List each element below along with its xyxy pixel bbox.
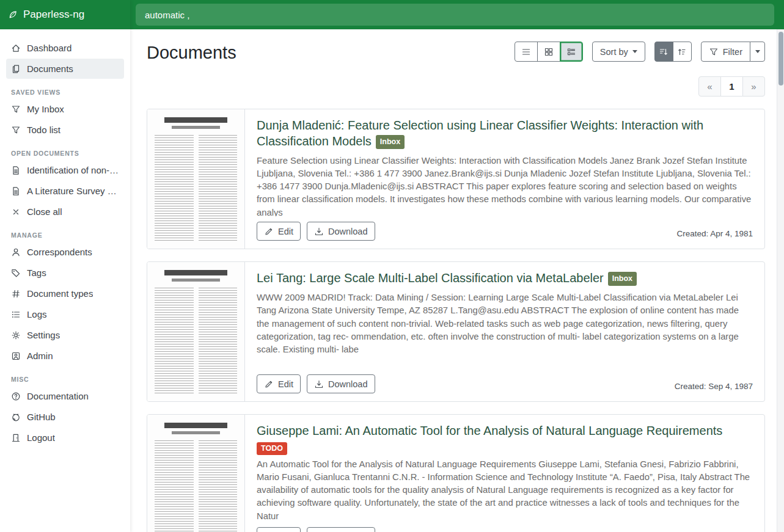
grid-view-button[interactable] [537, 42, 560, 62]
view-toggle-group [515, 42, 583, 62]
brand-label: Paperless-ng [23, 9, 84, 21]
thumbnail-text-lines [155, 135, 237, 242]
sidebar-nav: Dashboard Documents SAVED VIEWS My Inbox… [0, 29, 130, 448]
document-title: Lei Tang: Large Scale Multi-Label Classi… [257, 271, 604, 285]
thumbnail-text-lines [155, 288, 237, 395]
edit-label: Edit [278, 379, 293, 389]
filter-dropdown-toggle[interactable] [750, 42, 765, 62]
filter-label: Filter [723, 47, 742, 57]
sidebar-item-close-all[interactable]: Close all [6, 202, 124, 222]
document-title-link[interactable]: Dunja Mladenić: Feature Selection using … [257, 118, 753, 150]
document-title-link[interactable]: Giuseppe Lami: An Automatic Tool for the… [257, 423, 753, 439]
sidebar-item-document-types[interactable]: Document types [6, 283, 124, 304]
thumbnail-title-line [164, 117, 227, 123]
document-card-footer: Edit Download [257, 527, 753, 532]
sidebar-item-label: Settings [27, 330, 60, 340]
sort-descending-button[interactable] [654, 42, 673, 62]
sidebar-item-label: Identification of non-fu... [27, 165, 119, 175]
list-view-icon [521, 47, 531, 57]
document-thumbnail[interactable] [147, 109, 245, 249]
sidebar-item-label: Close all [27, 206, 62, 217]
edit-label: Edit [278, 227, 293, 236]
tag-icon [11, 268, 21, 278]
pagination-row: « 1 » [147, 76, 765, 97]
download-label: Download [328, 227, 368, 236]
pagination-next-button[interactable]: » [742, 76, 765, 97]
thumbnail-title-line [164, 423, 227, 428]
document-card-body: Lei Tang: Large Scale Multi-Label Classi… [245, 262, 764, 401]
tag-badge[interactable]: Inbox [376, 135, 405, 149]
sidebar-item-label: Correspondents [27, 247, 92, 257]
download-button[interactable]: Download [307, 527, 375, 532]
document-thumbnail[interactable] [147, 262, 245, 401]
sidebar-item-logs[interactable]: Logs [6, 304, 124, 324]
pagination-previous-button[interactable]: « [698, 76, 721, 97]
sidebar-item-open-document-1[interactable]: Identification of non-fu... [6, 160, 124, 180]
sidebar-item-logout[interactable]: Logout [6, 428, 124, 448]
document-card-footer: Edit Download Created: Apr 4, 1981 [257, 222, 753, 241]
edit-button[interactable]: Edit [257, 527, 301, 532]
tag-badge[interactable]: TODO [257, 442, 287, 455]
document-title: Dunja Mladenić: Feature Selection using … [257, 118, 703, 148]
pencil-icon [264, 379, 274, 389]
thumbnail-text-lines [155, 440, 237, 532]
thumbnail-subtitle-line [172, 126, 220, 129]
sidebar-item-label: My Inbox [27, 104, 64, 114]
pagination-page-1[interactable]: 1 [720, 76, 743, 97]
detail-view-button[interactable] [560, 42, 583, 62]
document-title-link[interactable]: Lei Tang: Large Scale Multi-Label Classi… [257, 271, 753, 287]
document-actions: Edit Download [257, 222, 375, 241]
filter-button[interactable]: Filter [701, 42, 750, 62]
search-input[interactable] [136, 4, 774, 26]
chevron-down-icon [632, 50, 637, 53]
funnel-icon [11, 104, 21, 114]
scrollbar-track[interactable] [777, 29, 784, 532]
funnel-icon [11, 125, 21, 135]
sidebar-heading-misc: MISC [11, 376, 119, 383]
sidebar-item-todo-list[interactable]: Todo list [6, 120, 124, 140]
document-thumbnail[interactable] [147, 415, 245, 532]
sidebar-item-label: A Literature Survey on ... [27, 186, 119, 196]
download-button[interactable]: Download [307, 222, 375, 241]
thumbnail-subtitle-line [172, 279, 220, 282]
page-title: Documents [147, 43, 236, 63]
document-actions: Edit Download [257, 374, 375, 393]
tag-badge[interactable]: Inbox [608, 272, 637, 286]
pencil-icon [264, 227, 274, 236]
sidebar-item-tags[interactable]: Tags [6, 263, 124, 283]
app-brand[interactable]: Paperless-ng [0, 0, 130, 29]
close-icon [11, 207, 21, 217]
chevron-down-icon [755, 50, 760, 53]
created-date: Created: Sep 4, 1987 [675, 382, 753, 393]
document-card: Lei Tang: Large Scale Multi-Label Classi… [147, 261, 765, 402]
list-icon [11, 310, 21, 319]
sidebar-item-dashboard[interactable]: Dashboard [6, 38, 124, 58]
paperless-logo-icon [8, 10, 18, 20]
house-icon [11, 43, 21, 53]
filter-group: Filter [701, 42, 765, 62]
door-icon [11, 433, 21, 443]
sidebar-item-label: Dashboard [27, 43, 71, 53]
page-header: Documents Sort by [147, 40, 765, 63]
sidebar-item-admin[interactable]: Admin [6, 346, 124, 366]
scrollbar-thumb[interactable] [779, 32, 783, 86]
hash-icon [11, 289, 21, 299]
sidebar-item-documents[interactable]: Documents [6, 59, 124, 79]
edit-button[interactable]: Edit [257, 374, 301, 393]
sidebar-item-my-inbox[interactable]: My Inbox [6, 99, 124, 119]
edit-button[interactable]: Edit [257, 222, 301, 241]
sidebar-heading-saved-views: SAVED VIEWS [11, 89, 119, 96]
sidebar-item-settings[interactable]: Settings [6, 325, 124, 345]
sidebar-item-documentation[interactable]: Documentation [6, 386, 124, 406]
sidebar-item-open-document-2[interactable]: A Literature Survey on ... [6, 181, 124, 201]
document-card-body: Giuseppe Lami: An Automatic Tool for the… [245, 415, 764, 532]
sidebar-item-correspondents[interactable]: Correspondents [6, 242, 124, 262]
thumbnail-subtitle-line [172, 431, 220, 434]
sidebar-item-label: Document types [27, 288, 93, 299]
sort-ascending-button[interactable] [673, 42, 692, 62]
sidebar-item-github[interactable]: GitHub [6, 407, 124, 427]
sort-by-dropdown[interactable]: Sort by [592, 42, 645, 62]
content-area: Documents Sort by [130, 29, 784, 532]
list-view-button[interactable] [515, 42, 538, 62]
download-button[interactable]: Download [307, 374, 375, 393]
